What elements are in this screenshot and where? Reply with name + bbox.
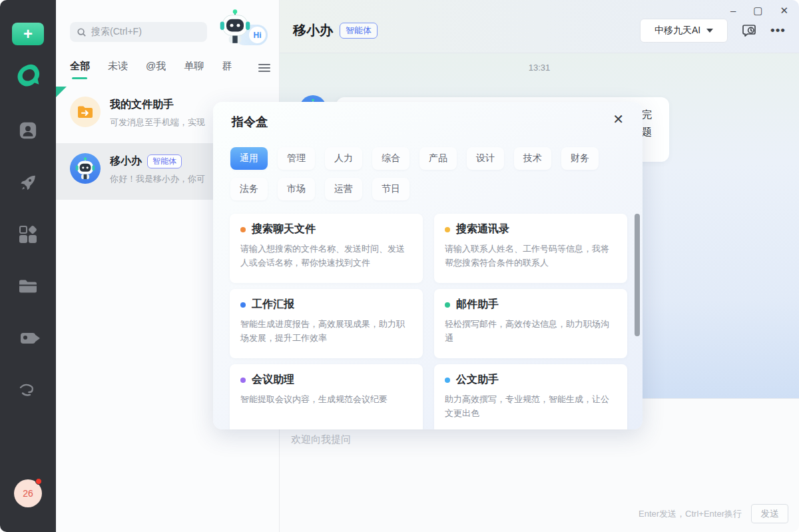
tab-all[interactable]: 全部: [70, 60, 90, 79]
card-description: 轻松撰写邮件，高效传达信息，助力职场沟通: [445, 317, 617, 345]
card-description: 智能生成进度报告，高效展现成果，助力职场发展，提升工作效率: [240, 317, 412, 345]
command-card[interactable]: 工作汇报 智能生成进度报告，高效展现成果，助力职场发展，提升工作效率: [230, 289, 423, 358]
tab-group-chat[interactable]: 群: [222, 60, 232, 79]
user-avatar[interactable]: 26: [14, 479, 42, 507]
tab-single-chat[interactable]: 单聊: [184, 60, 204, 79]
list-view-toggle[interactable]: [238, 57, 271, 79]
category-tab[interactable]: 管理: [278, 147, 315, 170]
search-input[interactable]: 搜索(Ctrl+F): [70, 22, 207, 42]
notification-dot: [35, 478, 42, 485]
page-title: 移小办: [293, 21, 333, 39]
card-dot-icon: [240, 302, 246, 308]
scrollbar-thumb[interactable]: [635, 214, 640, 336]
card-description: 请输入联系人姓名、工作号码等信息，我将帮您搜索符合条件的联系人: [445, 242, 617, 270]
chat-item-title: 我的文件助手: [110, 98, 174, 112]
card-title: 搜索聊天文件: [252, 222, 316, 236]
window-controls: – ▢ ✕: [730, 5, 788, 15]
add-button[interactable]: +: [12, 23, 44, 45]
modal-title: 指令盒: [232, 114, 268, 130]
more-options-icon[interactable]: •••: [770, 23, 786, 38]
category-tab[interactable]: 通用: [230, 147, 268, 170]
card-description: 请输入想搜索的文件名称、发送时间、发送人或会话名称，帮你快速找到文件: [240, 242, 412, 270]
search-icon: [77, 27, 87, 37]
category-tab[interactable]: 市场: [278, 178, 315, 200]
category-tab[interactable]: 财务: [561, 147, 599, 170]
card-title: 工作汇报: [252, 298, 294, 312]
send-button[interactable]: 发送: [751, 504, 788, 523]
chat-history-icon[interactable]: [741, 23, 757, 39]
send-hint: Enter发送，Ctrl+Enter换行: [639, 508, 742, 520]
minimize-button[interactable]: –: [730, 5, 736, 15]
card-dot-icon: [445, 302, 450, 308]
command-card[interactable]: 搜索聊天文件 请输入想搜索的文件名称、发送时间、发送人或会话名称，帮你快速找到文…: [230, 214, 423, 283]
command-box-modal: 指令盒 ✕ 通用 管理 人力 综合 产品 设计 技术 财务 法务 市场 运营 节…: [213, 102, 643, 429]
composer-placeholder: 欢迎向我提问: [291, 433, 351, 446]
message-timestamp: 13:31: [280, 63, 799, 73]
card-dot-icon: [445, 378, 450, 383]
category-tab[interactable]: 综合: [372, 147, 409, 170]
card-dot-icon: [445, 227, 450, 232]
command-card[interactable]: 邮件助手 轻松撰写邮件，高效传达信息，助力职场沟通: [434, 289, 627, 358]
tab-unread[interactable]: 未读: [108, 60, 128, 79]
unread-total-badge: 26: [23, 488, 33, 499]
command-card[interactable]: 搜索通讯录 请输入联系人姓名、工作号码等信息，我将帮您搜索符合条件的联系人: [434, 214, 627, 283]
card-title: 公文助手: [456, 373, 499, 387]
card-dot-icon: [240, 227, 246, 232]
app-window: +: [0, 0, 799, 532]
card-title: 会议助理: [252, 373, 294, 387]
card-title: 搜索通讯录: [456, 222, 509, 236]
robot-avatar: [70, 153, 101, 184]
agent-badge: 智能体: [147, 154, 182, 168]
category-tab[interactable]: 人力: [325, 147, 362, 170]
command-card[interactable]: 公文助手 助力高效撰写，专业规范，智能生成，让公文更出色: [434, 364, 627, 429]
assistant-robot-icon[interactable]: [218, 9, 252, 44]
card-description: 智能提取会议内容，生成规范会议纪要: [240, 392, 412, 406]
files-folder-icon[interactable]: [17, 276, 39, 297]
category-tab[interactable]: 法务: [230, 178, 268, 200]
chat-item-title: 移小办: [110, 154, 142, 168]
close-button[interactable]: ✕: [780, 5, 788, 15]
conversation-header: 移小办 智能体 中移九天AI •••: [280, 0, 799, 53]
card-description: 助力高效撰写，专业规范，智能生成，让公文更出色: [445, 392, 617, 420]
model-selector-label: 中移九天AI: [655, 25, 700, 37]
category-tab[interactable]: 节日: [372, 178, 409, 200]
model-selector-dropdown[interactable]: 中移九天AI: [640, 19, 728, 43]
category-tab[interactable]: 产品: [419, 147, 457, 170]
card-dot-icon: [240, 378, 246, 383]
pinned-corner-marker: [56, 87, 67, 97]
close-icon[interactable]: ✕: [613, 113, 624, 126]
sidebar: +: [0, 0, 56, 532]
category-tabs: 通用 管理 人力 综合 产品 设计 技术 财务 法务 市场 运营 节日: [230, 147, 627, 200]
chevron-down-icon: [706, 29, 713, 33]
contacts-icon[interactable]: [17, 120, 39, 141]
card-title: 邮件助手: [456, 298, 499, 312]
command-cards: 搜索聊天文件 请输入想搜索的文件名称、发送时间、发送人或会话名称，帮你快速找到文…: [230, 214, 626, 429]
category-tab[interactable]: 运营: [325, 178, 362, 200]
hamburger-list-icon: [258, 63, 271, 73]
meeting-video-icon[interactable]: [17, 328, 39, 349]
folder-arrow-icon: [70, 97, 101, 127]
command-card[interactable]: 会议助理 智能提取会议内容，生成规范会议纪要: [230, 364, 423, 429]
category-tab[interactable]: 设计: [467, 147, 504, 170]
agent-badge: 智能体: [340, 23, 378, 39]
rocket-icon[interactable]: [17, 172, 39, 193]
app-logo-icon[interactable]: [14, 63, 42, 89]
tab-at-me[interactable]: @我: [146, 60, 166, 79]
chat-item-subtitle: 可发消息至手机端，实现: [110, 117, 205, 129]
chat-item-subtitle: 你好！我是移小办，你可: [110, 173, 205, 185]
category-tab[interactable]: 技术: [514, 147, 551, 170]
search-placeholder: 搜索(Ctrl+F): [91, 26, 142, 38]
maximize-button[interactable]: ▢: [753, 5, 762, 15]
cloud-icon[interactable]: [17, 380, 39, 401]
workbench-apps-icon[interactable]: [17, 224, 39, 245]
